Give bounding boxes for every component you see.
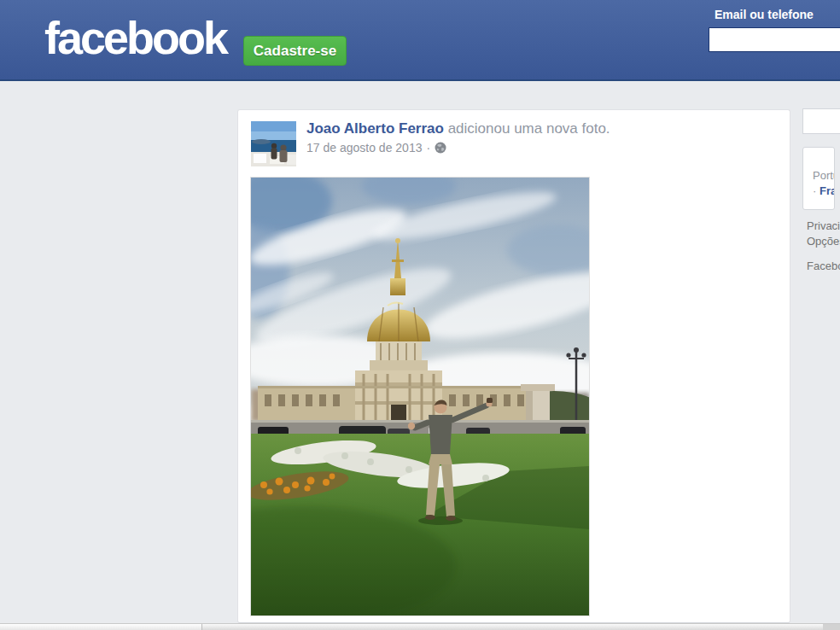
facebook-logo[interactable]: facebook xyxy=(44,11,226,64)
post-title: Joao Alberto Ferrao adicionou uma nova f… xyxy=(306,120,776,138)
post-card: Joao Alberto Ferrao adicionou uma nova f… xyxy=(237,109,790,623)
facebook-footer-text: Facebook xyxy=(807,260,840,272)
login-email-label: Email ou telefone xyxy=(715,8,814,21)
post-header: Joao Alberto Ferrao adicionou uma nova f… xyxy=(306,120,776,155)
language-current: Português xyxy=(813,168,834,184)
avatar[interactable] xyxy=(251,121,296,166)
scrollbar-corner xyxy=(823,624,840,630)
privacy-link[interactable]: Privacidade xyxy=(807,219,840,234)
sidebar-cropped-input[interactable] xyxy=(802,108,840,134)
language-card: Português · Français xyxy=(802,147,835,210)
language-link-francais[interactable]: Français xyxy=(820,184,835,197)
facebook-header: facebook Cadastre-se Email ou telefone xyxy=(0,0,840,81)
dot-separator: · xyxy=(426,141,430,155)
horizontal-scrollbar[interactable] xyxy=(0,623,840,630)
scrollbar-thumb[interactable] xyxy=(0,624,202,630)
globe-icon xyxy=(435,142,446,154)
options-link[interactable]: Opções xyxy=(807,234,840,249)
post-date: 17 de agosto de 2013 xyxy=(306,141,422,155)
language-bullet: · xyxy=(813,184,816,197)
login-email-input[interactable] xyxy=(709,27,840,52)
post-timestamp[interactable]: 17 de agosto de 2013 · xyxy=(306,141,776,155)
post-action-text: adicionou uma nova foto. xyxy=(444,120,610,137)
author-link[interactable]: Joao Alberto Ferrao xyxy=(306,120,444,137)
signup-button[interactable]: Cadastre-se xyxy=(243,36,347,66)
post-photo[interactable] xyxy=(251,178,589,615)
